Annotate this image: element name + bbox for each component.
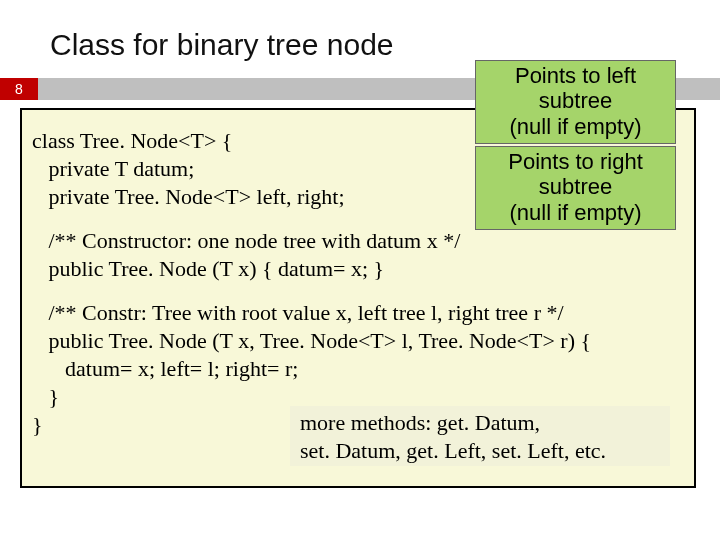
annotation-right-subtree: Points to right subtree (null if empty) bbox=[475, 146, 676, 230]
code-line-5: public Tree. Node (T x) { datum= x; } bbox=[32, 256, 384, 282]
page-title: Class for binary tree node bbox=[50, 28, 394, 62]
code-line-9: } bbox=[32, 384, 59, 410]
code-line-3: private Tree. Node<T> left, right; bbox=[32, 184, 345, 210]
more-methods-line1: more methods: get. Datum, bbox=[300, 410, 540, 435]
code-line-1: class Tree. Node<T> { bbox=[32, 128, 232, 154]
more-methods-box: more methods: get. Datum, set. Datum, ge… bbox=[290, 406, 670, 466]
annotation-left-line2: subtree bbox=[539, 88, 612, 113]
code-line-2: private T datum; bbox=[32, 156, 194, 182]
page-number: 8 bbox=[0, 78, 38, 100]
annotation-right-line1: Points to right bbox=[508, 149, 643, 174]
annotation-left-subtree: Points to left subtree (null if empty) bbox=[475, 60, 676, 144]
code-line-10: } bbox=[32, 412, 43, 438]
annotation-right-line2: subtree bbox=[539, 174, 612, 199]
annotation-left-line3: (null if empty) bbox=[509, 114, 641, 139]
more-methods-line2: set. Datum, get. Left, set. Left, etc. bbox=[300, 438, 606, 463]
annotation-right-line3: (null if empty) bbox=[509, 200, 641, 225]
code-line-4: /** Constructor: one node tree with datu… bbox=[32, 228, 460, 254]
code-line-8: datum= x; left= l; right= r; bbox=[32, 356, 298, 382]
slide: Class for binary tree node 8 Points to l… bbox=[0, 0, 720, 540]
code-line-7: public Tree. Node (T x, Tree. Node<T> l,… bbox=[32, 328, 591, 354]
annotation-left-line1: Points to left bbox=[515, 63, 636, 88]
code-line-6: /** Constr: Tree with root value x, left… bbox=[32, 300, 564, 326]
